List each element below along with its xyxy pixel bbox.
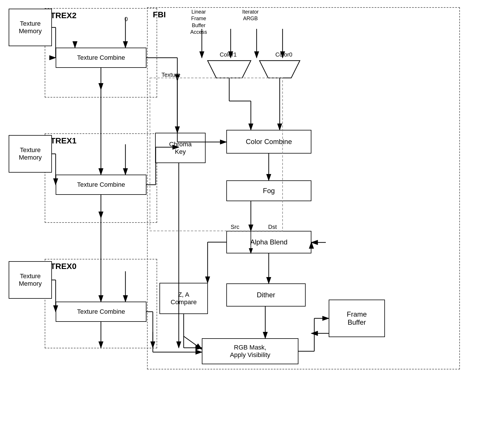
lbl-texture: Texture [161,72,180,78]
tex-mem-1: TextureMemory [9,135,52,173]
lbl-src: Src [231,224,239,230]
z-a-compare: Z, ACompare [159,283,208,314]
tex-combine-2: Texture Combine [56,48,146,68]
alpha-blend: Alpha Blend [226,231,311,253]
tex-mem-0: TextureMemory [9,261,52,299]
chroma-key: ChromaKey [155,133,206,163]
lbl-color0: Color0 [275,51,292,58]
lbl-linear: LinearFrameBufferAccess [190,9,207,36]
lbl-0: 0 [125,16,128,23]
rgb-mask: RGB Mask,Apply Visibility [202,338,298,364]
trex0-label: TREX0 [50,262,76,271]
lbl-color1: Color1 [220,51,237,58]
lbl-iterator: IteratorARGB [242,9,259,22]
frame-buffer: FrameBuffer [329,300,385,337]
tex-mem-2: TextureMemory [9,9,52,46]
trex1-label: TREX1 [50,136,76,145]
trex2-label: TREX2 [50,11,76,20]
tex-combine-1: Texture Combine [56,175,146,195]
fog: Fog [226,180,311,201]
lbl-dst: Dst [268,224,277,230]
tex-combine-0: Texture Combine [56,302,146,322]
dither: Dither [226,283,306,307]
diagram: FBI TREX2 TREX1 TREX0 TextureMemory Text… [0,0,504,426]
color-combine: Color Combine [226,130,311,154]
